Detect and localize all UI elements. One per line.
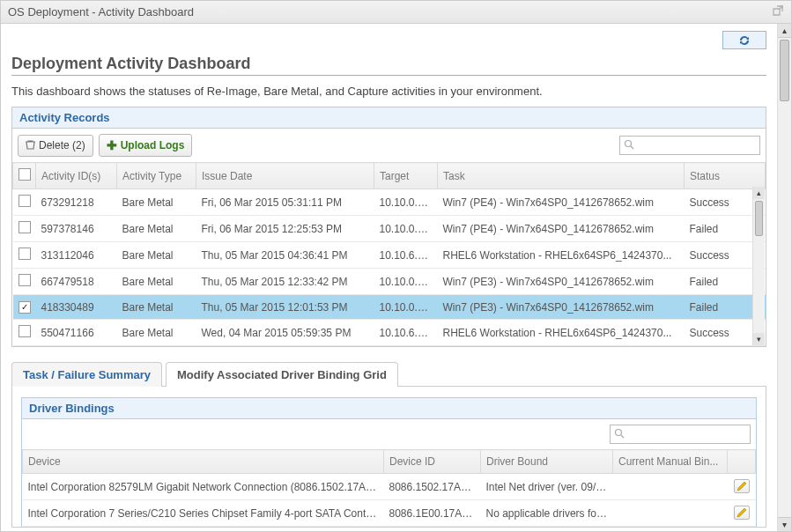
tab-summary[interactable]: Task / Failure Summary xyxy=(11,362,162,387)
table-row[interactable]: Intel Corporation 7 Series/C210 Series C… xyxy=(23,500,756,527)
delete-button[interactable]: Delete (2) xyxy=(18,135,93,157)
checkbox-icon[interactable]: ✓ xyxy=(19,301,31,314)
scroll-thumb[interactable] xyxy=(780,40,789,101)
bindings-header-row: Device Device ID Driver Bound Current Ma… xyxy=(23,450,756,474)
table-row[interactable]: Intel Corporation 82579LM Gigabit Networ… xyxy=(23,474,756,500)
activity-header-row: Activity ID(s) Activity Type Issue Date … xyxy=(13,163,766,189)
checkbox-icon[interactable] xyxy=(19,195,31,207)
col-id[interactable]: Activity ID(s) xyxy=(36,163,117,189)
cell-type: Bare Metal xyxy=(117,269,196,295)
titlebar: OS Deployment - Activity Dashboard xyxy=(1,1,791,24)
table-row[interactable]: ✓418330489Bare MetalThu, 05 Mar 2015 12:… xyxy=(13,295,766,320)
cell-id: 597378146 xyxy=(36,216,117,242)
divider xyxy=(11,75,766,76)
cell-device-id: 8086.1E08.17AA.3 xyxy=(384,527,481,528)
cell-type: Bare Metal xyxy=(117,216,196,242)
scroll-down-icon[interactable]: ▾ xyxy=(778,517,791,531)
svg-point-0 xyxy=(625,140,632,146)
cell-driver-bound: Intel Net driver (ver. 09/18 xyxy=(481,474,613,500)
activity-grid: Activity ID(s) Activity Type Issue Date … xyxy=(12,162,766,346)
col-status[interactable]: Status xyxy=(685,163,766,189)
table-row[interactable]: 313112046Bare MetalThu, 05 Mar 2015 04:3… xyxy=(13,242,766,269)
cell-issue: Thu, 05 Mar 2015 12:33:42 PM xyxy=(196,269,374,295)
cell-type: Bare Metal xyxy=(117,320,196,346)
cell-target: 10.10.0.142 xyxy=(374,269,438,295)
cell-issue: Fri, 06 Mar 2015 05:31:11 PM xyxy=(196,189,374,216)
top-toolbar xyxy=(11,31,766,49)
cell-target: 10.10.6.149 xyxy=(374,320,438,346)
table-row[interactable]: Intel Corporation 7 Series/C210 Series C… xyxy=(23,527,756,528)
tab-modify[interactable]: Modify Associated Driver Binding Grid xyxy=(166,362,398,387)
scroll-down-icon[interactable]: ▾ xyxy=(753,333,765,345)
table-row[interactable]: 667479518Bare MetalThu, 05 Mar 2015 12:3… xyxy=(13,269,766,295)
cell-issue: Thu, 05 Mar 2015 04:36:41 PM xyxy=(196,242,374,269)
activity-scrollbar[interactable]: ▴ ▾ xyxy=(752,187,765,345)
col-task[interactable]: Task xyxy=(438,163,685,189)
cell-id: 673291218 xyxy=(36,189,117,216)
cell-issue: Wed, 04 Mar 2015 05:59:35 PM xyxy=(196,320,374,346)
bindings-panel: Driver Bindings xyxy=(21,397,757,528)
col-device[interactable]: Device xyxy=(23,450,384,474)
col-target[interactable]: Target xyxy=(374,163,438,189)
checkbox-icon[interactable] xyxy=(19,248,31,260)
col-checkbox[interactable] xyxy=(13,163,36,189)
activity-action-row: Delete (2) ✚ Upload Logs xyxy=(12,129,766,162)
checkbox-icon[interactable] xyxy=(19,221,31,233)
bindings-search[interactable] xyxy=(610,425,751,444)
bindings-search-input[interactable] xyxy=(628,427,746,441)
cell-type: Bare Metal xyxy=(117,189,196,216)
edit-button[interactable] xyxy=(734,506,750,520)
refresh-button[interactable] xyxy=(722,31,766,49)
activity-panel: Activity Records Delete (2) ✚ Upload Log… xyxy=(11,107,766,347)
cell-device-id: 8086.1502.17AA.3 xyxy=(384,474,481,500)
table-row[interactable]: 550471166Bare MetalWed, 04 Mar 2015 05:5… xyxy=(13,320,766,346)
scroll-up-icon[interactable]: ▴ xyxy=(778,24,791,38)
cell-issue: Thu, 05 Mar 2015 12:01:53 PM xyxy=(196,295,374,320)
refresh-icon xyxy=(737,34,751,47)
cell-id: 418330489 xyxy=(36,295,117,320)
bindings-grid: Device Device ID Driver Bound Current Ma… xyxy=(22,449,756,528)
cell-device-id: 8086.1E00.17AA.3 xyxy=(384,500,481,527)
cell-device: Intel Corporation 7 Series/C210 Series C… xyxy=(23,527,384,528)
activity-grid-wrap: Activity ID(s) Activity Type Issue Date … xyxy=(12,162,766,346)
popout-icon[interactable] xyxy=(772,4,784,19)
search-icon xyxy=(614,428,625,441)
upload-logs-button[interactable]: ✚ Upload Logs xyxy=(99,134,193,157)
cell-device: Intel Corporation 7 Series/C210 Series C… xyxy=(23,500,384,527)
outer-scrollbar[interactable]: ▴ ▾ xyxy=(777,24,791,531)
cell-type: Bare Metal xyxy=(117,295,196,320)
cell-issue: Fri, 06 Mar 2015 12:25:53 PM xyxy=(196,216,374,242)
checkbox-icon[interactable] xyxy=(19,274,31,286)
checkbox-icon[interactable] xyxy=(19,325,31,337)
table-row[interactable]: 673291218Bare MetalFri, 06 Mar 2015 05:3… xyxy=(13,189,766,216)
col-type[interactable]: Activity Type xyxy=(117,163,196,189)
col-actions xyxy=(728,450,756,474)
activity-panel-title: Activity Records xyxy=(12,107,766,129)
cell-current xyxy=(613,500,728,527)
scroll-thumb[interactable] xyxy=(755,201,763,236)
scroll-up-icon[interactable]: ▴ xyxy=(753,187,765,199)
activity-search[interactable] xyxy=(619,136,760,155)
checkbox-icon[interactable] xyxy=(19,168,31,181)
col-device-id[interactable]: Device ID xyxy=(384,450,481,474)
cell-driver-bound: No applicable drivers foun xyxy=(481,500,613,527)
col-current[interactable]: Current Manual Bin... xyxy=(613,450,728,474)
cell-id: 667479518 xyxy=(36,269,117,295)
cell-target: 10.10.6.149 xyxy=(374,242,438,269)
bindings-action-row xyxy=(22,419,756,449)
cell-current xyxy=(613,527,728,528)
cell-task: Win7 (PE4) - Win7x64SP0_1412678652.wim xyxy=(438,216,685,242)
table-row[interactable]: 597378146Bare MetalFri, 06 Mar 2015 12:2… xyxy=(13,216,766,242)
cell-task: RHEL6 Workstation - RHEL6x64SP6_1424370.… xyxy=(438,242,685,269)
cell-task: Win7 (PE4) - Win7x64SP0_1412678652.wim xyxy=(438,189,685,216)
col-driver-bound[interactable]: Driver Bound xyxy=(481,450,613,474)
activity-search-input[interactable] xyxy=(638,138,756,152)
edit-button[interactable] xyxy=(734,479,750,493)
page-title: Deployment Activity Dashboard xyxy=(11,55,766,73)
cell-driver-bound: No applicable drivers foun xyxy=(481,527,613,528)
cell-target: 10.10.0.142 xyxy=(374,295,438,320)
plus-icon: ✚ xyxy=(107,138,117,152)
cell-task: Win7 (PE3) - Win7x64SP0_1412678652.wim xyxy=(438,269,685,295)
col-issue[interactable]: Issue Date xyxy=(196,163,374,189)
delete-label: Delete (2) xyxy=(39,139,85,151)
